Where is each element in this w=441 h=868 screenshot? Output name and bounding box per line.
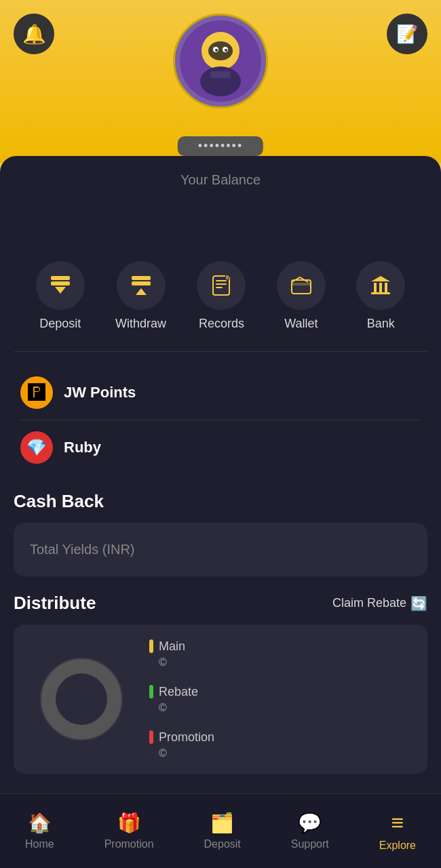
nav-explore[interactable]: ≡ Explore [379, 810, 416, 852]
edit-icon: 📝 [396, 24, 418, 45]
main-color-bar [149, 639, 153, 653]
records-icon [209, 273, 233, 298]
deposit-icon-wrap [36, 261, 85, 310]
promotion-color-bar [149, 730, 153, 744]
actions-divider [14, 351, 427, 352]
notification-icon: 🔔 [22, 23, 46, 45]
explore-label: Explore [379, 840, 416, 852]
svg-rect-26 [385, 283, 387, 292]
deposit-icon [48, 273, 73, 298]
balance-amount [14, 201, 427, 241]
nav-deposit[interactable]: 🗂️ Deposit [204, 812, 241, 850]
notification-button[interactable]: 🔔 [14, 14, 54, 54]
svg-rect-10 [51, 281, 70, 285]
nav-promotion[interactable]: 🎁 Promotion [104, 812, 154, 850]
action-bank[interactable]: Bank [356, 261, 405, 331]
claim-rebate-button[interactable]: Claim Rebate 🔄 [332, 595, 427, 612]
promotion-value: © [149, 747, 214, 760]
svg-rect-27 [371, 292, 390, 294]
bottom-nav: 🏠 Home 🎁 Promotion 🗂️ Deposit 💬 Support … [0, 793, 441, 868]
records-icon-wrap [197, 261, 246, 310]
cashback-card: Total Yields (INR) [14, 523, 427, 576]
bank-icon-wrap [356, 261, 405, 310]
withdraw-icon-wrap [117, 261, 166, 310]
wallet-icon-wrap [277, 261, 326, 310]
username-text: •••••••• [198, 139, 243, 153]
claim-rebate-label: Claim Rebate [332, 596, 406, 610]
deposit-label: Deposit [39, 317, 81, 331]
svg-point-6 [225, 49, 227, 52]
rebate-value: © [149, 702, 214, 714]
nav-home[interactable]: 🏠 Home [25, 812, 54, 850]
support-icon: 💬 [298, 812, 322, 834]
support-label: Support [291, 838, 329, 850]
jw-points-row[interactable]: 🅿 JW Points [14, 366, 427, 420]
svg-point-29 [56, 673, 107, 725]
main-card: Your Balance Deposit Withdraw [0, 156, 441, 868]
records-label: Records [199, 317, 244, 331]
action-deposit[interactable]: Deposit [36, 261, 85, 331]
svg-marker-11 [55, 287, 66, 294]
svg-rect-18 [216, 287, 223, 288]
svg-marker-14 [136, 288, 147, 295]
svg-point-5 [215, 49, 218, 52]
avatar[interactable] [173, 14, 268, 108]
ruby-row[interactable]: 💎 Ruby [14, 420, 427, 475]
svg-point-2 [208, 41, 233, 60]
svg-rect-12 [132, 276, 151, 280]
svg-marker-23 [371, 276, 390, 281]
wallet-icon [289, 273, 313, 298]
balance-label: Your Balance [14, 172, 427, 188]
svg-rect-17 [216, 283, 227, 285]
cashback-inner-label: Total Yields (INR) [30, 542, 135, 557]
promotion-icon: 🎁 [117, 812, 141, 834]
action-withdraw[interactable]: Withdraw [115, 261, 166, 331]
header-area: 🔔 📝 •••••••• [0, 0, 441, 163]
explore-icon: ≡ [391, 810, 404, 835]
svg-rect-8 [210, 71, 231, 78]
svg-rect-24 [374, 283, 377, 292]
nav-support[interactable]: 💬 Support [291, 812, 329, 850]
promotion-label: Promotion [104, 838, 154, 850]
svg-rect-25 [379, 283, 382, 292]
svg-rect-13 [132, 281, 151, 285]
edit-button[interactable]: 📝 [387, 14, 427, 54]
svg-rect-22 [292, 283, 311, 285]
distribute-header: Distribute Claim Rebate 🔄 [14, 593, 427, 614]
main-value: © [149, 656, 214, 669]
svg-rect-9 [51, 276, 70, 280]
promotion-label: Promotion [159, 730, 214, 745]
withdraw-icon [129, 273, 153, 298]
svg-rect-16 [216, 280, 227, 281]
svg-rect-20 [226, 275, 229, 279]
username-bar: •••••••• [178, 136, 263, 156]
deposit-nav-icon: 🗂️ [210, 812, 234, 834]
distribute-card: Main © Rebate © Promotion © [14, 625, 427, 774]
legend-main: Main © [149, 639, 214, 669]
distribute-title: Distribute [14, 593, 96, 614]
bank-icon [368, 273, 393, 298]
rebate-label: Rebate [159, 685, 198, 699]
svg-point-7 [200, 66, 241, 96]
jw-points-label: JW Points [64, 384, 136, 401]
home-icon: 🏠 [28, 812, 52, 834]
action-records[interactable]: Records [197, 261, 246, 331]
pie-chart [27, 645, 136, 753]
action-wallet[interactable]: Wallet [277, 261, 326, 331]
jw-points-icon: 🅿 [20, 376, 53, 409]
ruby-label: Ruby [64, 439, 101, 456]
wallet-label: Wallet [284, 317, 318, 331]
bank-label: Bank [367, 317, 395, 331]
withdraw-label: Withdraw [115, 317, 166, 331]
ruby-icon: 💎 [20, 431, 53, 464]
avatar-image [176, 17, 265, 105]
distribute-chart [27, 645, 136, 753]
rebate-color-bar [149, 685, 153, 698]
distribute-legend: Main © Rebate © Promotion © [149, 639, 214, 760]
actions-row: Deposit Withdraw [14, 261, 427, 331]
cashback-heading: Cash Back [14, 491, 427, 512]
main-label: Main [159, 639, 185, 654]
deposit-nav-label: Deposit [204, 838, 241, 850]
refresh-icon: 🔄 [410, 595, 427, 612]
home-label: Home [25, 838, 54, 850]
